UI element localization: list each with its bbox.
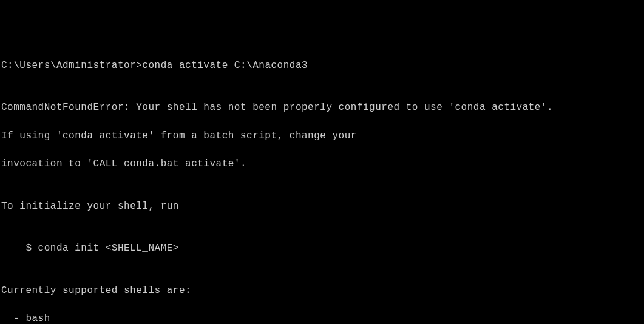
prompt-path: C:\Users\Administrator>: [1, 60, 142, 71]
error-message-line: CommandNotFoundError: Your shell has not…: [1, 101, 643, 115]
error-message-line: invocation to 'CALL conda.bat activate'.: [1, 157, 643, 171]
prompt-command: conda activate C:\Anaconda3: [142, 60, 308, 71]
init-command: $ conda init <SHELL_NAME>: [1, 241, 643, 255]
error-message-line: If using 'conda activate' from a batch s…: [1, 129, 643, 143]
init-header: To initialize your shell, run: [1, 200, 643, 214]
prompt-line[interactable]: C:\Users\Administrator>conda activate C:…: [1, 59, 643, 73]
shells-header: Currently supported shells are:: [1, 284, 643, 298]
shell-item: - bash: [1, 312, 643, 324]
